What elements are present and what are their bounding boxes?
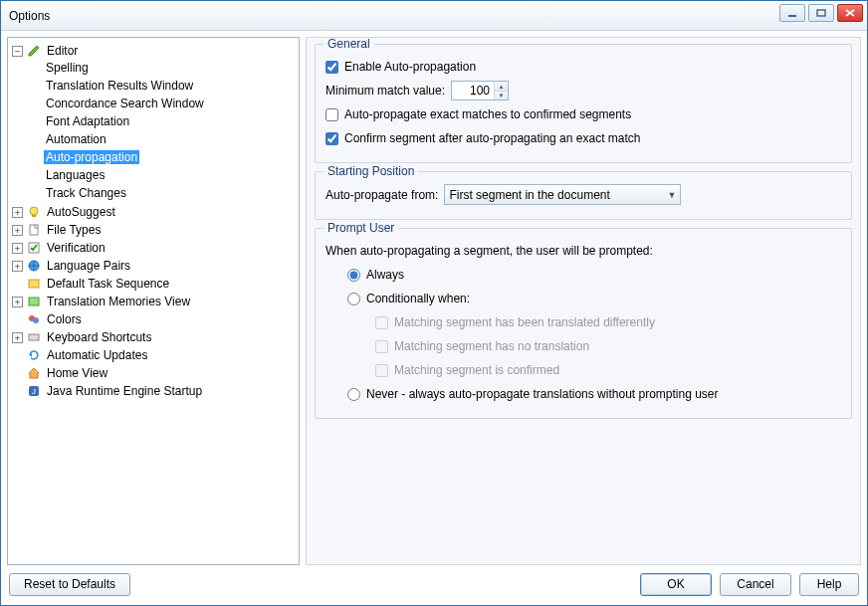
svg-rect-0 [788, 15, 796, 17]
expand-icon[interactable]: + [12, 297, 23, 307]
group-prompt-user: Prompt User When auto-propagating a segm… [315, 228, 852, 419]
palette-icon [26, 311, 42, 327]
home-icon [26, 365, 42, 381]
globe-icon [26, 258, 42, 274]
tree-item-languages[interactable]: Languages [28, 167, 299, 183]
confirm-after-checkbox[interactable] [326, 132, 338, 145]
titlebar: Options [1, 1, 867, 31]
minmatch-input[interactable] [452, 84, 494, 98]
prompt-always-radio[interactable] [347, 269, 360, 282]
tree-item-auto-propagation[interactable]: Auto-propagation [28, 149, 299, 165]
tree-item-keyboard-shortcuts[interactable]: +Keyboard Shortcuts [10, 329, 299, 345]
svg-marker-16 [29, 368, 39, 378]
pencil-icon [26, 43, 42, 59]
tm-icon [26, 294, 42, 309]
svg-rect-10 [29, 280, 39, 288]
enable-autoprop-label: Enable Auto-propagation [344, 60, 476, 74]
close-icon [845, 9, 855, 17]
file-icon [26, 222, 42, 238]
tree-item-language-pairs[interactable]: +Language Pairs [10, 258, 299, 274]
client-area: − Editor Spelling Translation Results Wi… [1, 31, 867, 605]
prompt-never-radio[interactable] [347, 388, 360, 401]
cond-diff-checkbox [375, 316, 388, 329]
maximize-button[interactable] [808, 4, 834, 22]
tree-item-editor[interactable]: − Editor [10, 43, 299, 59]
svg-rect-11 [29, 298, 39, 305]
task-icon [26, 276, 42, 292]
from-select[interactable]: First segment in the document ▼ [444, 184, 681, 205]
close-button[interactable] [837, 4, 863, 22]
tree-item-track-changes[interactable]: Track Changes [28, 185, 299, 201]
category-tree[interactable]: − Editor Spelling Translation Results Wi… [7, 37, 300, 565]
group-title: Starting Position [324, 164, 418, 178]
refresh-icon [26, 347, 42, 363]
svg-rect-7 [30, 225, 38, 235]
exact-to-confirmed-checkbox[interactable] [326, 108, 338, 121]
svg-marker-4 [29, 46, 39, 56]
minimize-button[interactable] [779, 4, 805, 22]
tree-item-jre[interactable]: JJava Runtime Engine Startup [10, 383, 299, 399]
group-title: General [324, 37, 374, 51]
prompt-never-label: Never - always auto-propagate translatio… [366, 387, 719, 401]
collapse-icon[interactable]: − [12, 46, 23, 57]
cond-confirmed-label: Matching segment is confirmed [394, 363, 559, 377]
group-general: General Enable Auto-propagation Minimum … [315, 44, 852, 163]
tree-item-spelling[interactable]: Spelling [28, 60, 299, 76]
svg-point-13 [33, 317, 39, 323]
tree-item-automatic-updates[interactable]: Automatic Updates [10, 347, 299, 363]
minimize-icon [787, 9, 797, 17]
tree-item-translation-results[interactable]: Translation Results Window [28, 78, 299, 94]
tree-item-tm-view[interactable]: +Translation Memories View [10, 294, 299, 309]
tree-item-colors[interactable]: Colors [10, 311, 299, 327]
minmatch-field[interactable]: ▲ ▼ [451, 81, 509, 101]
lightbulb-icon [26, 204, 42, 220]
spin-up-icon[interactable]: ▲ [494, 82, 508, 91]
from-label: Auto-propagate from: [326, 188, 438, 202]
tree-item-file-types[interactable]: +File Types [10, 222, 299, 238]
settings-panel: General Enable Auto-propagation Minimum … [306, 37, 861, 565]
exact-to-confirmed-label: Auto-propagate exact matches to confirme… [344, 107, 631, 121]
ok-button[interactable]: OK [640, 573, 712, 596]
expand-icon[interactable]: + [12, 207, 23, 218]
prompt-intro: When auto-propagating a segment, the use… [326, 244, 653, 258]
expand-icon[interactable]: + [12, 243, 23, 254]
svg-text:J: J [32, 387, 36, 396]
svg-rect-6 [32, 215, 36, 217]
tree-item-default-task-seq[interactable]: Default Task Sequence [10, 276, 299, 292]
svg-rect-1 [817, 10, 825, 16]
tree-item-automation[interactable]: Automation [28, 131, 299, 147]
maximize-icon [816, 9, 826, 17]
main-split: − Editor Spelling Translation Results Wi… [7, 37, 861, 565]
cond-notrans-label: Matching segment has no translation [394, 339, 589, 353]
prompt-conditional-radio[interactable] [347, 293, 360, 305]
svg-rect-14 [29, 334, 39, 340]
expand-icon[interactable]: + [12, 225, 23, 236]
cond-confirmed-checkbox [375, 364, 388, 377]
cond-notrans-checkbox [375, 340, 388, 353]
tree-item-autosuggest[interactable]: +AutoSuggest [10, 204, 299, 220]
tree-item-font-adaptation[interactable]: Font Adaptation [28, 113, 299, 129]
confirm-after-label: Confirm segment after auto-propagating a… [344, 131, 641, 145]
tree-item-concordance[interactable]: Concordance Search Window [28, 96, 299, 111]
expand-icon[interactable]: + [12, 261, 23, 272]
dialog-footer: Reset to Defaults OK Cancel Help [7, 565, 861, 599]
check-icon [26, 240, 42, 256]
help-button[interactable]: Help [799, 573, 859, 596]
chevron-down-icon: ▼ [667, 190, 676, 200]
enable-autoprop-checkbox[interactable] [326, 61, 338, 74]
expand-icon[interactable]: + [12, 332, 23, 343]
window-title: Options [9, 9, 50, 23]
group-title: Prompt User [324, 221, 398, 235]
cancel-button[interactable]: Cancel [720, 573, 791, 596]
prompt-always-label: Always [366, 268, 404, 282]
spin-down-icon[interactable]: ▼ [494, 91, 508, 100]
minmatch-label: Minimum match value: [326, 84, 445, 98]
java-icon: J [26, 383, 42, 399]
tree-item-verification[interactable]: +Verification [10, 240, 299, 256]
keyboard-icon [26, 329, 42, 345]
cond-diff-label: Matching segment has been translated dif… [394, 315, 655, 329]
reset-defaults-button[interactable]: Reset to Defaults [9, 573, 130, 596]
prompt-conditional-label: Conditionally when: [366, 292, 470, 305]
tree-item-home-view[interactable]: Home View [10, 365, 299, 381]
options-dialog: Options − [0, 0, 868, 606]
